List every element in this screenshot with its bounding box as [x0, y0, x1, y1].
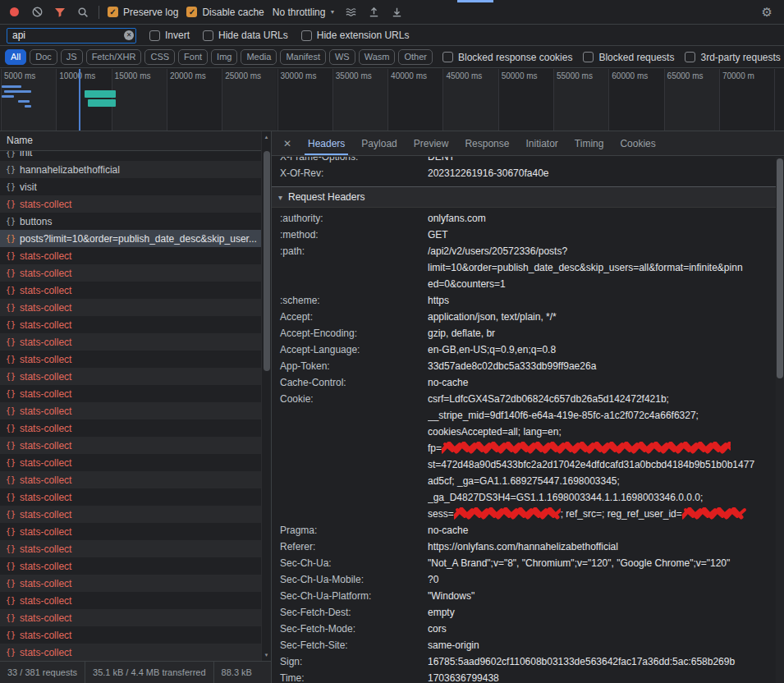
filter-input[interactable]: [7, 28, 136, 44]
clear-button[interactable]: [30, 5, 44, 20]
filter-chip-css[interactable]: CSS: [144, 49, 175, 65]
scrollbar-thumb[interactable]: [264, 151, 270, 371]
checkbox-unchecked-icon[interactable]: [583, 52, 594, 62]
tab-cookies[interactable]: Cookies: [612, 131, 663, 155]
import-har-button[interactable]: [366, 5, 381, 20]
request-row[interactable]: {}stats-collect: [0, 506, 261, 523]
search-button[interactable]: [76, 5, 90, 20]
request-list-scrollbar[interactable]: ▲ ▼: [261, 131, 271, 661]
request-row[interactable]: {}stats-collect: [0, 454, 261, 471]
filter-chip-ws[interactable]: WS: [329, 49, 355, 65]
request-row[interactable]: {}stats-collect: [0, 609, 261, 626]
timeline-gridline: [222, 69, 222, 131]
filter-chip-doc[interactable]: Doc: [30, 49, 57, 65]
checkbox-checked-icon[interactable]: ✓: [108, 7, 118, 17]
request-row[interactable]: {}stats-collect: [0, 626, 261, 644]
filter-checkbox-group[interactable]: Blocked response cookies: [442, 52, 572, 63]
request-row[interactable]: {}stats-collect: [0, 592, 261, 609]
request-row[interactable]: {}stats-collect: [0, 247, 261, 264]
request-row[interactable]: {}stats-collect: [0, 299, 261, 316]
filter-checkbox-group[interactable]: 3rd-party requests: [685, 52, 780, 63]
filter-chip-img[interactable]: Img: [211, 49, 237, 65]
request-row[interactable]: {}stats-collect: [0, 488, 261, 506]
timeline-overview[interactable]: 5000 ms10000 ms15000 ms20000 ms25000 ms3…: [0, 69, 784, 131]
request-row[interactable]: {}stats-collect: [0, 575, 261, 592]
request-row[interactable]: {}stats-collect: [0, 540, 261, 557]
tab-headers[interactable]: Headers: [300, 131, 353, 155]
throttling-dropdown[interactable]: No throttling ▼: [273, 7, 336, 18]
request-row[interactable]: {}posts?limit=10&order=publish_date_desc…: [0, 230, 261, 247]
tab-timing[interactable]: Timing: [566, 131, 612, 155]
name-column-header[interactable]: Name: [0, 131, 271, 151]
tab-response[interactable]: Response: [456, 131, 517, 155]
request-name: stats-collect: [20, 302, 71, 314]
scroll-up-icon[interactable]: ▲: [262, 131, 271, 143]
request-headers-section[interactable]: ▾ Request Headers: [272, 186, 776, 208]
filter-chip-font[interactable]: Font: [178, 49, 208, 65]
details-scrollbar[interactable]: [776, 157, 784, 683]
settings-gear-icon[interactable]: ⚙: [762, 6, 773, 18]
request-type-braces-icon: {}: [6, 268, 16, 277]
funnel-icon: [54, 7, 66, 18]
request-name: buttons: [20, 216, 52, 227]
request-row[interactable]: {}stats-collect: [0, 402, 261, 419]
request-row[interactable]: {}stats-collect: [0, 523, 261, 540]
checkbox-unchecked-icon[interactable]: [685, 52, 695, 62]
request-row[interactable]: {}stats-collect: [0, 368, 261, 385]
section-title: Request Headers: [288, 191, 364, 203]
checkbox-checked-icon[interactable]: ✓: [186, 7, 197, 17]
request-row[interactable]: {}stats-collect: [0, 351, 261, 368]
request-row[interactable]: {}stats-collect: [0, 644, 261, 661]
tab-preview[interactable]: Preview: [406, 131, 457, 155]
request-row[interactable]: {}stats-collect: [0, 557, 261, 575]
record-button[interactable]: [7, 5, 21, 20]
scrollbar-thumb[interactable]: [777, 158, 783, 378]
checkbox-unchecked-icon[interactable]: [203, 30, 213, 41]
request-row[interactable]: {}stats-collect: [0, 333, 261, 351]
filter-chip-js[interactable]: JS: [61, 49, 83, 65]
filter-chip-manifest[interactable]: Manifest: [280, 49, 326, 65]
filter-chip-all[interactable]: All: [5, 49, 26, 65]
header-row: X-Frame-Options:DENY: [272, 157, 776, 165]
request-row[interactable]: {}stats-collect: [0, 471, 261, 488]
filter-chip-media[interactable]: Media: [241, 49, 277, 65]
request-row[interactable]: {}stats-collect: [0, 282, 261, 299]
disable-cache-toggle[interactable]: ✓ Disable cache: [186, 7, 264, 18]
checkbox-unchecked-icon[interactable]: [149, 30, 160, 41]
hide-extension-urls-toggle[interactable]: Hide extension URLs: [301, 30, 410, 41]
checkbox-unchecked-icon[interactable]: [442, 52, 453, 62]
timeline-gridline: [442, 69, 443, 131]
tab-payload[interactable]: Payload: [353, 131, 405, 155]
filter-chip-fetch-xhr[interactable]: Fetch/XHR: [86, 49, 142, 65]
preserve-log-toggle[interactable]: ✓ Preserve log: [108, 7, 178, 18]
request-row[interactable]: {}init: [0, 151, 261, 161]
filter-chip-wasm[interactable]: Wasm: [359, 49, 396, 65]
scroll-down-icon[interactable]: ▼: [262, 649, 271, 661]
disclosure-triangle-icon: ▾: [278, 193, 282, 202]
hide-data-urls-toggle[interactable]: Hide data URLs: [203, 30, 288, 41]
clear-filter-icon[interactable]: ✕: [124, 30, 134, 40]
request-row[interactable]: {}hannahelizabethofficial: [0, 161, 261, 178]
request-row[interactable]: {}stats-collect: [0, 419, 261, 437]
request-row[interactable]: {}visit: [0, 178, 261, 195]
waterfall-bar: [2, 95, 14, 98]
export-har-button[interactable]: [389, 5, 404, 20]
checkbox-unchecked-icon[interactable]: [301, 30, 312, 41]
tab-initiator[interactable]: Initiator: [517, 131, 566, 155]
network-conditions-button[interactable]: [343, 5, 358, 20]
request-row[interactable]: {}stats-collect: [0, 437, 261, 454]
request-type-braces-icon: {}: [6, 424, 16, 433]
invert-toggle[interactable]: Invert: [149, 30, 190, 41]
request-row[interactable]: {}stats-collect: [0, 316, 261, 333]
filter-button[interactable]: [53, 5, 67, 20]
filter-checkbox-group[interactable]: Blocked requests: [583, 52, 674, 63]
header-row: Referer:https://onlyfans.com/hannaheliza…: [272, 539, 776, 555]
request-row[interactable]: {}stats-collect: [0, 264, 261, 282]
request-row[interactable]: {}stats-collect: [0, 195, 261, 213]
close-details-icon[interactable]: ✕: [278, 131, 296, 155]
request-row[interactable]: {}buttons: [0, 213, 261, 230]
filter-chip-other[interactable]: Other: [398, 49, 433, 65]
devtools-network-panel: ✓ Preserve log ✓ Disable cache No thrott…: [0, 0, 784, 683]
request-row[interactable]: {}stats-collect: [0, 385, 261, 402]
request-type-braces-icon: {}: [6, 165, 16, 174]
